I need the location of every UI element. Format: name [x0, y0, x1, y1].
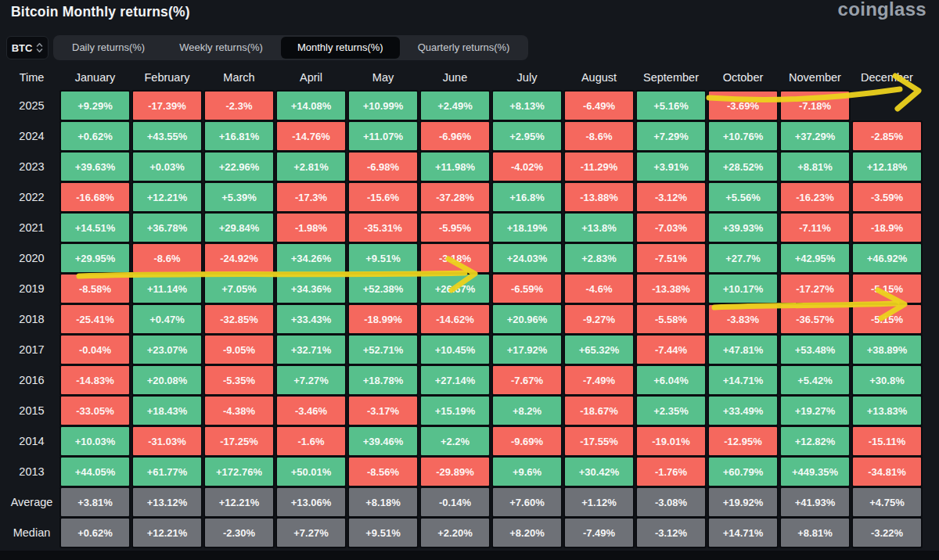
- return-cell: -5.95%: [421, 214, 489, 242]
- return-cell: +36.78%: [133, 214, 201, 242]
- return-cell: +13.06%: [277, 488, 345, 516]
- return-cell: +5.16%: [637, 92, 705, 120]
- return-cell: +6.04%: [637, 366, 705, 394]
- return-cell: -17.55%: [565, 427, 633, 455]
- column-header-december: December: [853, 66, 921, 89]
- return-cell: +14.71%: [709, 519, 777, 547]
- return-cell: +16.81%: [205, 122, 273, 150]
- return-cell: -9.27%: [565, 305, 633, 333]
- return-cell: +34.36%: [277, 275, 345, 303]
- return-cell: +46.92%: [853, 244, 921, 272]
- return-cell: +12.82%: [781, 427, 849, 455]
- return-cell: +172.76%: [205, 458, 273, 486]
- coinglass-logo: coinglass: [838, 0, 926, 20]
- column-header-may: May: [349, 66, 417, 89]
- return-cell: +27.7%: [709, 244, 777, 272]
- return-cell: +10.76%: [709, 122, 777, 150]
- return-cell: -13.88%: [565, 183, 633, 211]
- return-cell: -25.41%: [61, 305, 129, 333]
- row-label-2019: 2019: [6, 275, 57, 303]
- return-cell: [853, 92, 921, 120]
- page-title: Bitcoin Monthly returns(%): [11, 4, 190, 20]
- return-cell: +20.96%: [493, 305, 561, 333]
- return-cell: -7.11%: [781, 214, 849, 242]
- return-cell: -16.23%: [781, 183, 849, 211]
- return-cell: +12.21%: [133, 519, 201, 547]
- return-cell: +14.51%: [61, 214, 129, 242]
- return-cell: -1.98%: [277, 214, 345, 242]
- return-cell: +10.99%: [349, 92, 417, 120]
- return-cell: +9.29%: [61, 92, 129, 120]
- return-cell: +8.13%: [493, 92, 561, 120]
- column-header-august: August: [565, 66, 633, 89]
- row-label-2022: 2022: [6, 183, 57, 211]
- return-cell: -15.6%: [349, 183, 417, 211]
- return-cell: -7.49%: [565, 366, 633, 394]
- return-cell: +42.95%: [781, 244, 849, 272]
- return-cell: -18.67%: [565, 397, 633, 425]
- return-cell: -5.15%: [853, 305, 921, 333]
- return-cell: -35.31%: [349, 214, 417, 242]
- return-cell: -16.68%: [61, 183, 129, 211]
- return-cell: +9.6%: [493, 458, 561, 486]
- tab-daily-returns[interactable]: Daily returns(%): [56, 38, 161, 58]
- return-cell: +41.93%: [781, 488, 849, 516]
- return-cell: +2.81%: [277, 153, 345, 181]
- tab-bar: Daily returns(%)Weekly returns(%)Monthly…: [53, 35, 528, 60]
- return-cell: -34.81%: [853, 458, 921, 486]
- tab-weekly-returns[interactable]: Weekly returns(%): [163, 38, 279, 58]
- row-label-2025: 2025: [6, 92, 57, 120]
- return-cell: -17.3%: [277, 183, 345, 211]
- return-cell: +19.92%: [709, 488, 777, 516]
- return-cell: -2.85%: [853, 122, 921, 150]
- return-cell: -5.15%: [853, 275, 921, 303]
- column-header-november: November: [781, 66, 849, 89]
- return-cell: -9.69%: [493, 427, 561, 455]
- return-cell: -6.96%: [421, 122, 489, 150]
- return-cell: -3.18%: [421, 244, 489, 272]
- return-cell: +3.91%: [637, 153, 705, 181]
- return-cell: +52.38%: [349, 275, 417, 303]
- return-cell: -17.39%: [133, 92, 201, 120]
- return-cell: -0.14%: [421, 488, 489, 516]
- return-cell: +1.12%: [565, 488, 633, 516]
- return-cell: +0.62%: [61, 122, 129, 150]
- symbol-selector[interactable]: BTC: [6, 36, 49, 59]
- return-cell: +2.35%: [637, 397, 705, 425]
- return-cell: -24.92%: [205, 244, 273, 272]
- return-cell: +2.95%: [493, 122, 561, 150]
- return-cell: -7.49%: [565, 519, 633, 547]
- return-cell: -5.35%: [205, 366, 273, 394]
- column-header-october: October: [709, 66, 777, 89]
- return-cell: +5.56%: [709, 183, 777, 211]
- tab-monthly-returns[interactable]: Monthly returns(%): [281, 37, 400, 59]
- row-label-2020: 2020: [6, 244, 57, 272]
- return-cell: -2.3%: [205, 92, 273, 120]
- return-cell: -29.89%: [421, 458, 489, 486]
- return-cell: -3.17%: [349, 397, 417, 425]
- return-cell: +12.21%: [133, 183, 201, 211]
- return-cell: +53.48%: [781, 336, 849, 364]
- return-cell: -36.57%: [781, 305, 849, 333]
- return-cell: +29.84%: [205, 214, 273, 242]
- return-cell: -8.6%: [133, 244, 201, 272]
- return-cell: +20.08%: [133, 366, 201, 394]
- return-cell: +14.08%: [277, 92, 345, 120]
- return-cell: +5.42%: [781, 366, 849, 394]
- return-cell: -7.67%: [493, 366, 561, 394]
- row-label-2015: 2015: [6, 397, 57, 425]
- sort-chevrons-icon: [36, 42, 43, 53]
- return-cell: -4.38%: [205, 397, 273, 425]
- tab-quarterly-returns[interactable]: Quarterly returns(%): [401, 38, 527, 58]
- return-cell: +2.20%: [421, 519, 489, 547]
- return-cell: +29.95%: [61, 244, 129, 272]
- return-cell: +449.35%: [781, 458, 849, 486]
- return-cell: -12.95%: [709, 427, 777, 455]
- return-cell: +7.27%: [277, 519, 345, 547]
- return-cell: -3.22%: [853, 519, 921, 547]
- column-header-june: June: [421, 66, 489, 89]
- return-cell: +11.07%: [349, 122, 417, 150]
- return-cell: -31.03%: [133, 427, 201, 455]
- return-cell: +27.14%: [421, 366, 489, 394]
- return-cell: +14.71%: [709, 366, 777, 394]
